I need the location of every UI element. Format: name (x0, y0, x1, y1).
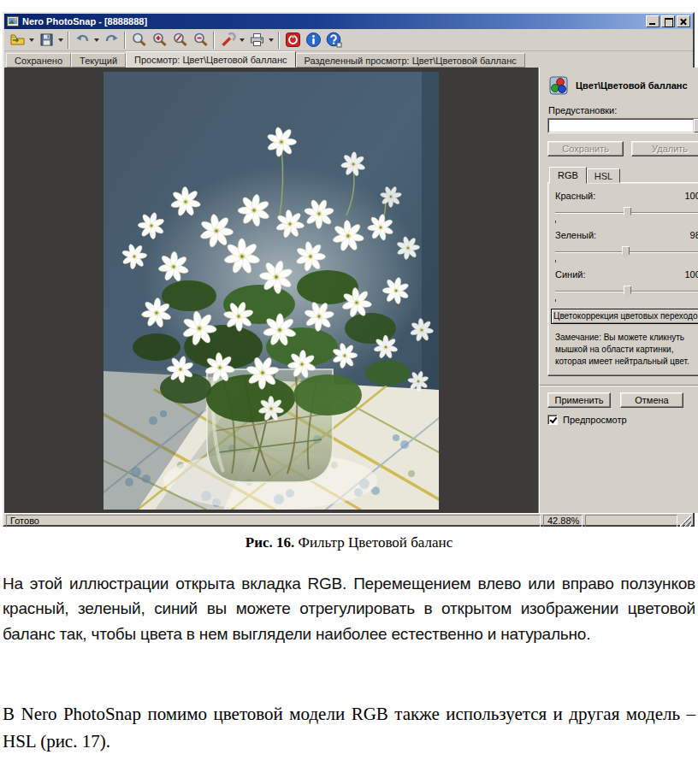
info-button[interactable] (303, 30, 323, 50)
cancel-button[interactable]: Отмена (620, 392, 683, 408)
maximize-button[interactable] (661, 15, 675, 27)
tools-button[interactable] (217, 30, 238, 50)
zoom-icon (131, 32, 147, 48)
green-slider-thumb[interactable] (622, 246, 630, 259)
blue-slider-value: 100 (684, 269, 698, 280)
save-dropdown-arrow[interactable] (56, 30, 65, 50)
undo-dropdown-arrow[interactable] (92, 30, 101, 50)
print-icon (249, 32, 265, 48)
blue-slider-label: Синий: (555, 269, 586, 280)
save-icon (38, 32, 55, 48)
panel-note: Замечание: Вы можете кликнуть мышкой на … (555, 332, 698, 367)
print-dropdown-arrow[interactable] (267, 30, 275, 50)
toolbar-separator (213, 32, 215, 49)
body-paragraph-2: В Nero PhotoSnap помимо цветовой модели … (3, 701, 695, 755)
figure-caption: Рис. 16. Фильтр Цветовой баланс (0, 534, 698, 551)
color-balance-panel: Цвет\Цветовой балланс Предустановки: Сох… (539, 68, 698, 513)
color-balance-icon (549, 76, 568, 95)
apply-button[interactable]: Применить (547, 392, 611, 408)
toolbar-separator (68, 32, 69, 49)
tab-preview-color-balance[interactable]: Просмотр: Цвет\Цветовой балланс (126, 51, 295, 68)
delete-preset-button[interactable]: Удалить (631, 141, 698, 156)
panel-separator (540, 385, 698, 386)
blue-slider[interactable] (554, 286, 698, 298)
zoom-out-button[interactable] (190, 30, 210, 50)
zoom-button[interactable] (128, 30, 149, 50)
info-icon (305, 32, 322, 48)
redo-icon (104, 32, 120, 48)
minimize-button[interactable] (646, 15, 660, 27)
figure-caption-text: Фильтр Цветовой баланс (294, 534, 453, 551)
tab-current[interactable]: Текущий (71, 53, 126, 68)
toolbar-separator (278, 32, 280, 49)
zoom-in-button[interactable] (149, 30, 169, 50)
exit-icon (285, 32, 301, 48)
app-icon (7, 15, 19, 27)
zoom-ratio-icon (172, 32, 188, 48)
tools-icon (220, 32, 236, 48)
rgb-tab-page: Красный: 100 Зеленый: 98 (547, 182, 698, 376)
save-button[interactable] (36, 30, 56, 50)
combo-dropdown-button[interactable] (694, 119, 698, 133)
red-slider-value: 100 (684, 191, 698, 201)
body-paragraph-1: На этой иллюстрации открыта вкладка RGB.… (3, 571, 695, 646)
tools-dropdown-arrow[interactable] (238, 30, 246, 50)
green-slider[interactable] (554, 246, 698, 259)
tab-rgb[interactable]: RGB (549, 167, 587, 184)
open-button[interactable] (7, 30, 27, 50)
tab-saved[interactable]: Сохранено (6, 53, 71, 68)
view-tab-bar: Сохранено Текущий Просмотр: Цвет\Цветово… (4, 51, 693, 68)
panel-title: Цвет\Цветовой балланс (576, 80, 688, 91)
image-canvas[interactable]: "" (4, 68, 539, 513)
red-slider[interactable] (554, 207, 698, 220)
title-bar[interactable]: Nero PhotoSnap - [8888888] (4, 14, 693, 29)
open-dropdown-arrow[interactable] (27, 30, 36, 50)
zoom-level: 42.88% (543, 515, 583, 528)
presets-value[interactable] (548, 119, 694, 133)
red-slider-label: Красный: (555, 191, 595, 201)
help-icon (326, 32, 342, 48)
status-text: Готово (6, 515, 541, 528)
green-slider-value: 98 (690, 230, 698, 240)
toolbar (4, 29, 693, 51)
status-bar: Готово 42.88% (4, 513, 693, 528)
presets-combobox[interactable] (547, 118, 698, 133)
figure-caption-number: Рис. 16. (245, 534, 294, 551)
app-window: Nero PhotoSnap - [8888888] Сохранено (3, 12, 695, 527)
zoom-out-icon (192, 32, 209, 48)
green-slider-label: Зеленый: (555, 230, 596, 240)
preview-checkbox[interactable] (547, 415, 558, 425)
progress-area (585, 515, 677, 528)
open-icon (9, 32, 26, 48)
color-transition-correction-button[interactable]: Цветокоррекция цветовых переходов (551, 309, 698, 324)
undo-icon (74, 32, 91, 48)
help-button[interactable] (323, 30, 344, 50)
undo-button[interactable] (72, 30, 92, 50)
resize-grip[interactable] (680, 516, 691, 527)
redo-button[interactable] (101, 30, 121, 50)
zoom-ratio-button[interactable] (169, 30, 190, 50)
zoom-in-icon (151, 32, 168, 48)
blue-slider-thumb[interactable] (624, 286, 631, 298)
tab-hsl[interactable]: HSL (587, 168, 620, 183)
save-preset-button[interactable]: Сохранить (547, 141, 624, 156)
presets-label: Предустановки: (548, 105, 698, 115)
window-title: Nero PhotoSnap - [8888888] (22, 16, 646, 27)
toolbar-separator (124, 32, 126, 49)
preview-checkbox-label: Предпросмотр (563, 415, 627, 425)
red-slider-thumb[interactable] (624, 207, 631, 220)
print-button[interactable] (246, 30, 267, 50)
tab-split-preview-color-balance[interactable]: Разделенный просмотр: Цвет\Цветовой балл… (296, 53, 525, 68)
close-button[interactable] (677, 15, 690, 27)
photo-flowers-in-jar[interactable]: "" (104, 72, 439, 510)
exit-button[interactable] (282, 30, 303, 50)
